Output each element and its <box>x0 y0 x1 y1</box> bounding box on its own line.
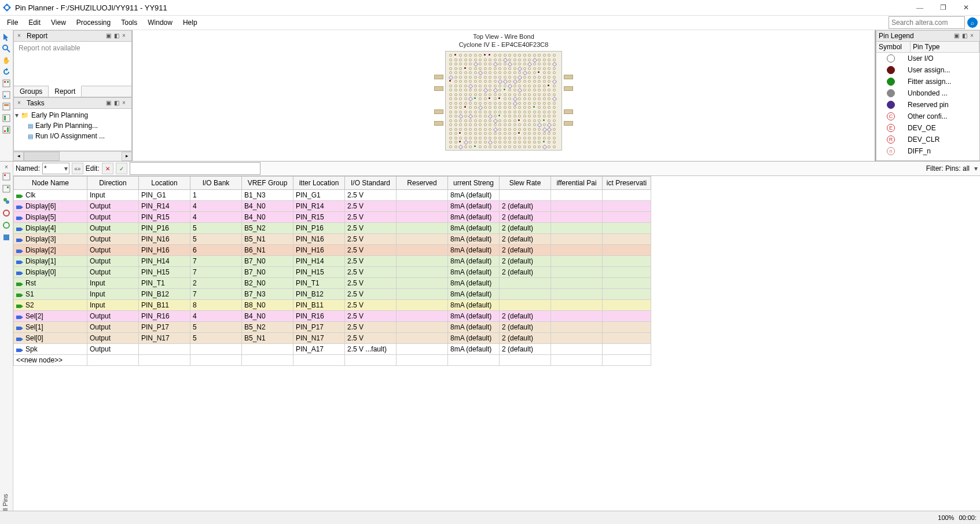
pins-tool-icon-1[interactable] <box>2 173 10 182</box>
scroll-left-icon[interactable]: ◂ <box>13 152 24 161</box>
search-box[interactable] <box>889 16 965 29</box>
svg-rect-6 <box>7 81 9 83</box>
column-header[interactable]: urrent Streng <box>448 177 500 190</box>
pointer-icon[interactable] <box>2 32 11 42</box>
column-header[interactable]: Node Name <box>14 177 87 190</box>
menu-bar: File Edit View Processing Tools Window H… <box>0 16 980 30</box>
menu-tools[interactable]: Tools <box>116 17 142 28</box>
scroll-thumb[interactable] <box>24 152 60 161</box>
pins-tool-icon-5[interactable] <box>2 221 10 231</box>
table-row[interactable]: Display[3]OutputPIN_N165B5_N1PIN_N162.5 … <box>14 234 651 245</box>
minimize-button[interactable]: — <box>908 0 931 15</box>
edit-ok-icon[interactable]: ✓ <box>116 163 127 174</box>
column-header[interactable]: VREF Group <box>242 177 293 190</box>
edit-cancel-icon[interactable]: ✕ <box>102 163 113 174</box>
table-row[interactable]: Display[0]OutputPIN_H157B7_N0PIN_H152.5 … <box>14 267 651 278</box>
menu-edit[interactable]: Edit <box>24 17 45 28</box>
dock-icon[interactable]: ▣ <box>106 100 113 107</box>
menu-file[interactable]: File <box>2 17 23 28</box>
table-row[interactable]: Display[1]OutputPIN_H147B7_N0PIN_H142.5 … <box>14 256 651 267</box>
column-header[interactable]: I/O Standard <box>345 177 397 190</box>
float-icon[interactable]: ◧ <box>114 100 121 107</box>
pins-table[interactable]: Node NameDirectionLocationI/O BankVREF G… <box>13 176 651 366</box>
table-row[interactable]: SpkOutputPIN_A172.5 V ...fault)8mA (defa… <box>14 344 651 355</box>
maximize-button[interactable]: ❐ <box>931 0 955 15</box>
table-row[interactable]: Sel[0]OutputPIN_N175B5_N1PIN_N172.5 V8mA… <box>14 333 651 344</box>
edit-input[interactable] <box>130 162 260 175</box>
table-row[interactable]: Sel[2]OutputPIN_R164B4_N0PIN_R162.5 V8mA… <box>14 311 651 322</box>
refresh-icon[interactable] <box>2 67 11 76</box>
close-panel-icon[interactable]: × <box>970 32 977 39</box>
chip-view[interactable]: Top View - Wire Bond Cyclone IV E - EP4C… <box>133 30 875 161</box>
table-row[interactable]: Display[6]OutputPIN_R144B4_N0PIN_R142.5 … <box>14 201 651 212</box>
menu-window[interactable]: Window <box>143 17 177 28</box>
table-row[interactable]: Display[4]OutputPIN_P165B5_N2PIN_P162.5 … <box>14 223 651 234</box>
chip-grid[interactable] <box>445 51 562 151</box>
grid3-icon[interactable] <box>2 102 11 111</box>
column-header[interactable]: Location <box>139 177 190 190</box>
table-row[interactable]: S1InputPIN_B127B7_N3PIN_B122.5 V8mA (def… <box>14 289 651 300</box>
close-panel-x-icon[interactable]: × <box>17 32 24 39</box>
menu-help[interactable]: Help <box>178 17 202 28</box>
column-header[interactable]: itter Location <box>293 177 345 190</box>
tasks-panel-header[interactable]: × Tasks ▣ ◧ × <box>13 97 132 109</box>
scroll-right-icon[interactable]: ▸ <box>122 152 132 161</box>
float-icon[interactable]: ◧ <box>114 32 121 39</box>
table-row[interactable]: Display[2]OutputPIN_H166B6_N1PIN_H162.5 … <box>14 245 651 256</box>
float-icon[interactable]: ◧ <box>962 32 969 39</box>
tasks-scrollbar[interactable]: ◂ ▸ <box>13 151 132 161</box>
tab-groups[interactable]: Groups <box>14 86 49 97</box>
pins-tool-icon-6[interactable] <box>2 233 10 243</box>
column-header[interactable]: Direction <box>87 177 139 190</box>
zoom-icon[interactable] <box>2 44 11 53</box>
column-header[interactable]: Reserved <box>397 177 448 190</box>
pins-tool-icon-2[interactable] <box>2 185 10 195</box>
hand-icon[interactable]: ✋ <box>2 56 11 65</box>
svg-rect-5 <box>4 81 6 83</box>
named-go-icon[interactable]: «» <box>72 163 83 174</box>
close-pins-x-icon[interactable]: × <box>5 164 8 170</box>
legend-header[interactable]: Pin Legend ▣ ◧ × <box>876 30 980 42</box>
grid5-icon[interactable] <box>2 125 11 134</box>
close-panel-icon[interactable]: × <box>122 32 129 39</box>
column-header[interactable]: I/O Bank <box>190 177 242 190</box>
named-combo[interactable]: *▾ <box>42 163 69 174</box>
svg-rect-18 <box>3 185 10 192</box>
table-row[interactable]: Sel[1]OutputPIN_P175B5_N2PIN_P172.5 V8mA… <box>14 322 651 333</box>
table-row[interactable]: S2InputPIN_B118B8_N0PIN_B112.5 V8mA (def… <box>14 300 651 311</box>
dock-icon[interactable]: ▣ <box>954 32 961 39</box>
table-row[interactable]: Display[5]OutputPIN_R154B4_N0PIN_R152.5 … <box>14 212 651 223</box>
legend-row: Reserved pin <box>876 99 979 111</box>
table-row[interactable]: RstInputPIN_T12B2_N0PIN_T12.5 V8mA (defa… <box>14 278 651 289</box>
pins-table-wrap[interactable]: Node NameDirectionLocationI/O BankVREF G… <box>13 176 980 519</box>
column-header[interactable]: Slew Rate <box>500 177 551 190</box>
tab-report[interactable]: Report <box>49 86 82 97</box>
close-panel-icon[interactable]: × <box>122 100 129 107</box>
svg-rect-14 <box>7 127 9 132</box>
pins-tool-icon-3[interactable] <box>2 197 10 207</box>
svg-point-23 <box>3 222 9 228</box>
legend-col-type: Pin Type <box>911 42 979 52</box>
task-item[interactable]: ▾📁Early Pin Planning <box>15 110 130 120</box>
report-panel-header[interactable]: × Report ▣ ◧ × <box>13 30 132 42</box>
search-icon[interactable]: ⌕ <box>967 17 978 28</box>
column-header[interactable]: ict Preservati <box>603 177 651 190</box>
menu-view[interactable]: View <box>46 17 71 28</box>
filter-dropdown-icon[interactable]: ▾ <box>974 164 978 173</box>
task-item[interactable]: ▤Run I/O Assignment ... <box>15 131 130 141</box>
svg-rect-24 <box>3 234 9 240</box>
close-button[interactable]: ✕ <box>955 0 978 15</box>
grid4-icon[interactable] <box>2 113 11 123</box>
column-header[interactable]: ifferential Pai <box>551 177 603 190</box>
task-item[interactable]: ▤Early Pin Planning... <box>15 120 130 131</box>
filter-label[interactable]: Filter: Pins: all <box>926 164 970 173</box>
pins-tool-icon-4[interactable] <box>2 209 10 219</box>
grid2-icon[interactable] <box>2 90 11 100</box>
menu-processing[interactable]: Processing <box>72 17 115 28</box>
close-tasks-x-icon[interactable]: × <box>17 100 24 107</box>
dock-icon[interactable]: ▣ <box>106 32 113 39</box>
search-input[interactable] <box>889 17 952 28</box>
table-row[interactable]: ClkInputPIN_G11B1_N3PIN_G12.5 V8mA (defa… <box>14 190 651 201</box>
grid1-icon[interactable] <box>2 79 11 88</box>
new-node-row[interactable]: <<new node>> <box>14 355 651 366</box>
